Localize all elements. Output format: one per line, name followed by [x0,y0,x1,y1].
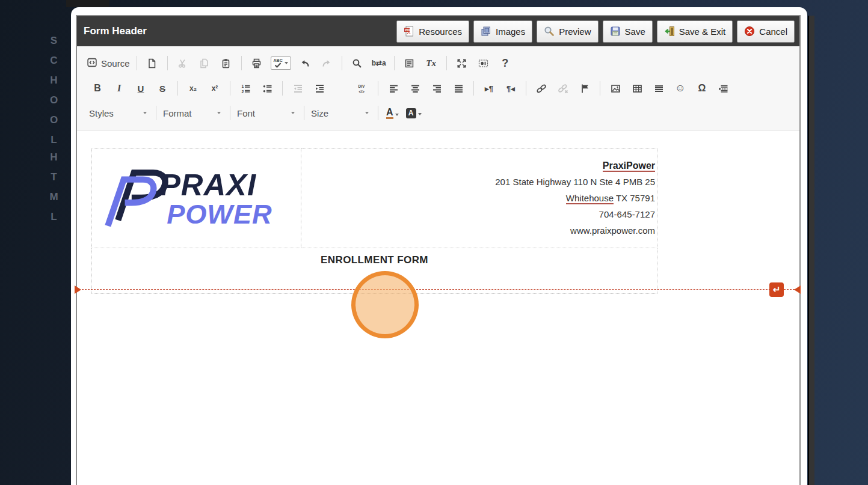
cut-icon [175,55,191,71]
table-row: PRAXI POWER PraxiPower 201 State Highway… [92,149,657,248]
underline-icon[interactable]: U [133,81,149,96]
select-all-icon[interactable] [402,55,417,71]
magic-insert-line: ↵ [82,289,795,290]
separator [177,81,178,96]
styles-dropdown[interactable]: Styles [87,108,152,118]
chevron-down-icon [395,114,399,116]
new-page-icon[interactable] [144,55,160,71]
rail-text-html: HTML [48,151,59,231]
editor-content[interactable]: PRAXI POWER PraxiPower 201 State Highway… [77,130,799,485]
spell-check-button[interactable]: ABC [271,56,291,70]
print-icon[interactable] [249,55,265,71]
find-icon[interactable] [349,55,365,71]
save-label: Save [625,26,645,37]
source-button[interactable]: Source [87,57,130,70]
separator [137,56,137,70]
div-container-icon[interactable]: DIV</> [355,81,371,96]
preview-label: Preview [559,26,591,37]
font-dropdown[interactable]: Font [235,108,300,118]
text-color-icon: A [386,107,393,119]
dialog-title: Form Header [77,25,396,37]
preview-button[interactable]: Preview [537,20,598,43]
align-center-icon[interactable] [407,81,423,96]
strikethrough-icon[interactable]: S [155,81,170,96]
chevron-down-icon [418,113,422,115]
separator [167,56,168,70]
text-direction-ltr-icon[interactable]: ▸¶ [481,81,497,96]
increase-indent-icon[interactable] [312,81,327,96]
separator [304,106,304,120]
logo-cell[interactable]: PRAXI POWER [92,149,301,248]
dialog-actions: PDF Resources Images Preview Save Save &… [396,20,799,43]
magnifier-icon [544,26,555,37]
rail-text-school: SCHOOL [48,35,59,154]
separator [342,56,342,70]
subscript-icon[interactable]: x₂ [185,81,201,96]
images-button[interactable]: Images [473,20,532,43]
superscript-icon[interactable]: x² [207,81,223,96]
save-button[interactable]: Save [603,20,653,43]
maximize-icon[interactable] [454,55,470,71]
decrease-indent-icon [290,81,306,96]
separator [378,106,378,120]
insert-paragraph-button[interactable]: ↵ [769,282,784,297]
replace-icon[interactable]: b⇄a [371,55,387,71]
dialog-titlebar: Form Header PDF Resources Images Preview… [77,16,799,46]
italic-icon[interactable]: I [111,81,127,96]
size-dropdown[interactable]: Size [309,108,374,118]
chevron-down-icon [143,112,147,114]
about-icon[interactable]: ? [497,55,513,71]
address-line1: 201 State Highway 110 N Ste 4 PMB 25 [305,174,655,190]
chevron-down-icon [217,112,221,114]
text-direction-rtl-icon[interactable]: ¶◂ [503,81,519,96]
separator [526,81,526,96]
svg-text:</>: </> [359,89,365,93]
svg-text:PDF: PDF [405,28,411,32]
justify-icon[interactable] [451,81,466,96]
align-left-icon[interactable] [386,81,401,96]
copy-icon [197,55,212,71]
separator [378,81,378,96]
special-character-icon[interactable]: Ω [694,81,710,96]
floppy-icon [610,26,621,37]
form-header-dialog: Form Header PDF Resources Images Preview… [71,7,807,485]
phone: 704-645-7127 [305,206,655,222]
blockquote-icon[interactable] [333,78,349,99]
save-exit-button[interactable]: Save & Exit [657,20,733,43]
exit-door-icon [664,26,675,37]
separator [446,56,447,70]
resources-button[interactable]: PDF Resources [396,20,469,43]
text-color-button[interactable]: A [386,107,399,119]
align-right-icon[interactable] [429,81,445,96]
redo-icon [319,55,334,71]
table-icon[interactable] [629,81,645,96]
bulleted-list-icon[interactable] [259,81,275,96]
svg-text:1: 1 [241,84,244,88]
format-dropdown[interactable]: Format [161,108,226,118]
cancel-button[interactable]: Cancel [737,20,795,43]
horizontal-rule-icon[interactable] [651,81,666,96]
unlink-icon [555,81,571,96]
undo-icon[interactable] [297,55,313,71]
cancel-icon [744,26,755,37]
remove-format-icon[interactable]: Tx [423,55,439,71]
show-blocks-icon[interactable] [476,55,491,71]
address-cell[interactable]: PraxiPower 201 State Highway 110 N Ste 4… [301,149,657,248]
background-color-button[interactable]: A [406,108,422,118]
separator [230,81,230,96]
magicline-right-arrow-icon [794,285,801,294]
images-label: Images [496,26,525,37]
background-color-icon: A [406,108,416,118]
smiley-icon[interactable]: ☺ [673,81,688,96]
resources-label: Resources [419,26,462,37]
chevron-down-icon [365,112,369,114]
paste-icon[interactable] [218,55,234,71]
image-icon[interactable] [608,81,623,96]
source-icon [87,57,97,70]
numbered-list-icon[interactable]: 12 [238,81,253,96]
bold-icon[interactable]: B [90,81,105,96]
anchor-flag-icon[interactable] [577,81,593,96]
page-break-icon[interactable] [716,81,731,96]
separator [241,56,242,70]
link-icon[interactable] [534,81,549,96]
